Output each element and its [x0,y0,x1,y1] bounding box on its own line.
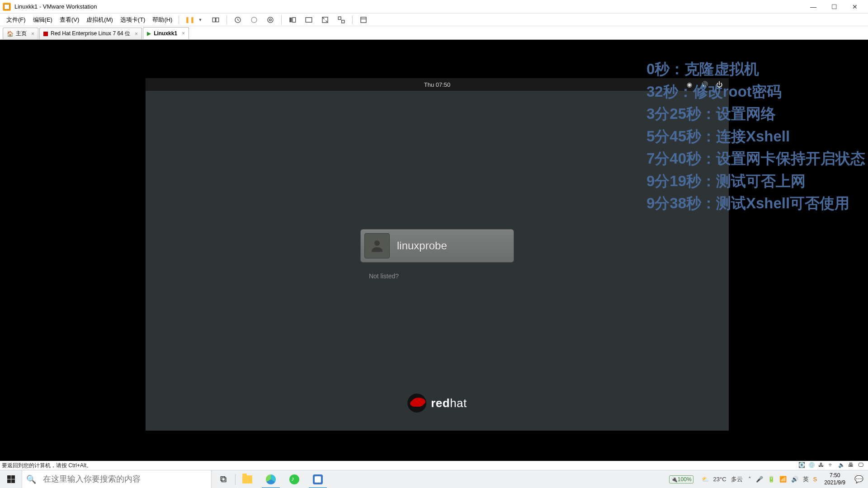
menu-view[interactable]: 查看(V) [56,14,83,26]
redhat-hat-icon [407,394,426,413]
svg-rect-12 [342,20,344,23]
vm-status-hint: 要返回到您的计算机，请按 Ctrl+Alt。 [2,462,92,469]
snapshot-revert-button[interactable] [248,15,260,25]
weather-widget[interactable]: ⛅ 23°C 多云 [699,475,745,483]
search-icon: 🔍 [22,474,40,484]
vmware-statusbar: 要返回到您的计算机，请按 Ctrl+Alt。 💽 💿 🖧 ᯤ 🔈 🖶 🖵 [0,461,868,470]
svg-point-6 [269,19,272,21]
svg-rect-7 [290,17,292,22]
overlay-line: 9分38秒：测试Xshell可否使用 [646,192,865,215]
tray-power-icon[interactable]: 🔋 [768,476,775,483]
menu-help[interactable]: 帮助(H) [149,14,176,26]
svg-rect-8 [292,17,296,22]
overlay-line: 3分25秒：设置网络 [646,103,865,125]
taskbar-music-app[interactable] [283,470,306,488]
guest-screen[interactable]: Thu 07:50 ◉ 🔊 ⏻ linuxprobe Not listed? r… [146,78,729,431]
edge-icon [266,474,276,484]
svg-point-4 [251,17,257,23]
clock-date: 2021/9/9 [824,479,845,487]
tab-rhel-label: Red Hat Enterprise Linux 7 64 位 [51,30,130,38]
windows-taskbar: 🔍 ⧉ 🔌100% ⛅ 23°C 多云 ˄ 🎤 🔋 📶 🔊 英 S 7:50 2… [0,470,868,488]
window-minimize-button[interactable]: — [803,0,824,14]
menu-tabs[interactable]: 选项卡(T) [117,14,149,26]
device-usb-icon[interactable]: ᯤ [828,462,836,469]
svg-point-5 [268,17,273,23]
overlay-line: 5分45秒：连接Xshell [646,125,865,148]
device-printer-icon[interactable]: 🖶 [848,462,856,469]
folder-icon [242,475,252,483]
fullscreen-button[interactable] [319,15,331,25]
user-avatar-icon [364,233,390,258]
login-user-card[interactable]: linuxprobe [360,229,514,263]
tab-linuxkk1-close[interactable]: × [182,30,185,37]
tab-rhel[interactable]: Red Hat Enterprise Linux 7 64 位 × [39,28,142,39]
send-ctrl-alt-del-button[interactable] [209,15,222,25]
vm-pause-button[interactable]: ❚❚ [184,15,196,25]
svg-rect-1 [213,18,216,22]
tab-linuxkk1[interactable]: ▶ Linuxkk1 × [143,27,189,39]
overlay-line: 0秒：克隆虚拟机 [646,58,865,80]
overlay-line: 9分19秒：测试可否上网 [646,170,865,192]
tray-mic-icon[interactable]: 🎤 [756,476,763,483]
battery-percent: 100% [678,476,692,483]
svg-rect-2 [216,18,219,22]
tab-home-close[interactable]: × [31,31,34,37]
search-input[interactable] [40,471,211,488]
video-timestamp-overlay: 0秒：克隆虚拟机 32秒：修改root密码 3分25秒：设置网络 5分45秒：连… [646,58,865,215]
windows-logo-icon [7,475,15,483]
tab-rhel-close[interactable]: × [135,31,138,37]
menu-file[interactable]: 文件(F) [3,14,29,26]
window-titlebar: Linuxkk1 - VMware Workstation — ☐ ✕ [0,0,868,14]
battery-indicator[interactable]: 🔌100% [669,475,693,483]
not-listed-link[interactable]: Not listed? [369,272,399,280]
unity-button[interactable] [335,15,348,25]
window-close-button[interactable]: ✕ [844,0,865,14]
redhat-logo-red: red [431,396,450,410]
device-harddisk-icon[interactable]: 💽 [798,462,807,469]
vm-off-icon [43,32,48,36]
svg-rect-11 [339,17,341,19]
library-button[interactable] [357,15,370,25]
tray-sogou-icon[interactable]: S [813,476,817,483]
taskbar-edge[interactable] [259,470,283,488]
redhat-logo: redhat [407,394,467,413]
svg-rect-9 [306,17,312,22]
window-maximize-button[interactable]: ☐ [824,0,844,14]
show-console-button[interactable] [286,15,299,25]
device-display-icon[interactable]: 🖵 [858,462,866,469]
tray-chevron-icon[interactable]: ˄ [748,476,751,483]
tray-ime-indicator[interactable]: 英 [803,475,809,483]
device-sound-icon[interactable]: 🔈 [838,462,846,469]
taskbar-clock[interactable]: 7:50 2021/9/9 [820,472,850,486]
redhat-logo-hat: hat [450,396,467,410]
svg-rect-0 [4,4,9,9]
snapshot-manager-button[interactable] [264,15,277,25]
start-button[interactable] [0,470,22,488]
vmware-app-icon [3,3,11,11]
vm-tabbar: 🏠 主页 × Red Hat Enterprise Linux 7 64 位 ×… [0,26,868,40]
device-cdrom-icon[interactable]: 💿 [808,462,816,469]
menu-vm[interactable]: 虚拟机(M) [83,14,117,26]
stretch-guest-button[interactable] [302,15,315,25]
window-title: Linuxkk1 - VMware Workstation [14,3,97,10]
vm-power-dropdown[interactable]: ▼ [198,18,202,22]
menu-edit[interactable]: 编辑(E) [29,14,56,26]
vmware-icon [313,474,323,484]
weather-temp: 23°C [713,476,726,483]
login-username: linuxprobe [397,239,447,252]
tray-wifi-icon[interactable]: 📶 [779,476,787,483]
taskbar-search[interactable]: 🔍 [22,470,212,488]
snapshot-take-button[interactable] [231,15,244,25]
music-icon [289,474,299,484]
tab-home[interactable]: 🏠 主页 × [3,28,38,39]
overlay-line: 7分40秒：设置网卡保持开启状态 [646,147,865,170]
svg-rect-13 [361,17,366,23]
taskbar-vmware[interactable] [306,470,330,488]
vm-display-area[interactable]: Thu 07:50 ◉ 🔊 ⏻ linuxprobe Not listed? r… [0,40,868,461]
tray-volume-icon[interactable]: 🔊 [791,476,798,483]
clock-time: 7:50 [830,472,840,479]
taskbar-file-explorer[interactable] [236,470,259,488]
task-view-button[interactable]: ⧉ [212,470,235,488]
device-network-icon[interactable]: 🖧 [818,462,826,469]
action-center-button[interactable]: 💬 [850,475,868,483]
